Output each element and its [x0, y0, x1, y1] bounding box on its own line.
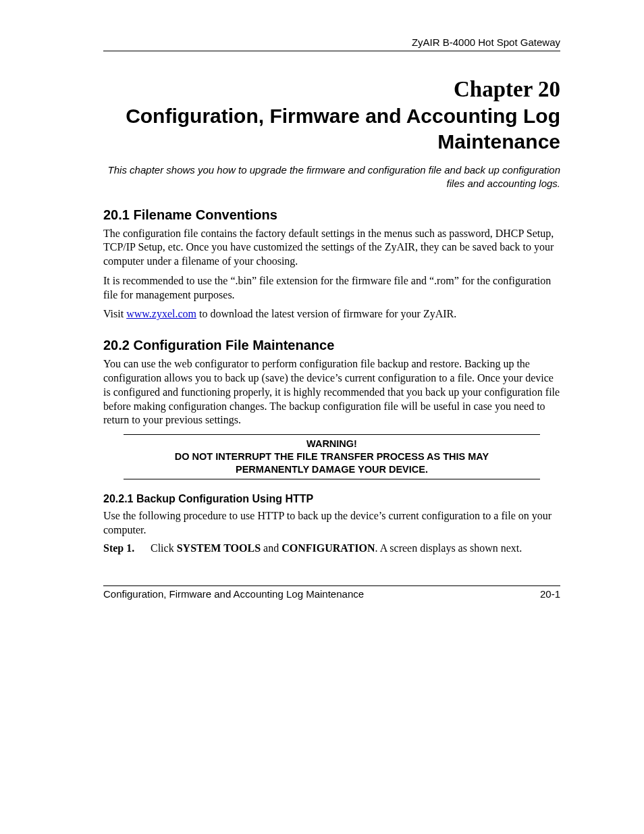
body-text: The configuration file contains the fact…	[103, 227, 560, 269]
warning-title: WARNING!	[124, 438, 540, 450]
warning-line: DO NOT INTERRUPT THE FILE TRANSFER PROCE…	[124, 450, 540, 463]
chapter-title: Configuration, Firmware and Accounting L…	[103, 103, 560, 154]
body-text: It is recommended to use the “.bin” file…	[103, 274, 560, 303]
section-heading-20-1: 20.1 Filename Conventions	[103, 207, 560, 223]
text-run: to download the latest version of firmwa…	[196, 308, 456, 319]
footer-left: Configuration, Firmware and Accounting L…	[103, 588, 364, 600]
link-zyxel[interactable]: www.zyxel.com	[126, 308, 196, 319]
warning-line: PERMANENTLY DAMAGE YOUR DEVICE.	[124, 463, 540, 476]
footer-page-number: 20-1	[540, 588, 560, 600]
product-name: ZyAIR B-4000 Hot Spot Gateway	[412, 36, 560, 48]
subsection-heading-20-2-1: 20.2.1 Backup Configuration Using HTTP	[103, 493, 560, 505]
section-heading-20-2: 20.2 Configuration File Maintenance	[103, 338, 560, 353]
body-text: Use the following procedure to use HTTP …	[103, 509, 560, 538]
step-label: Step 1.	[103, 542, 151, 554]
step-text: Click SYSTEM TOOLS and CONFIGURATION. A …	[151, 542, 560, 554]
bold-text: SYSTEM TOOLS	[177, 542, 261, 554]
chapter-number: Chapter 20	[103, 77, 560, 102]
body-text: You can use the web configurator to perf…	[103, 357, 560, 427]
text-run: . A screen displays as shown next.	[375, 542, 522, 554]
warning-box: WARNING! DO NOT INTERRUPT THE FILE TRANS…	[124, 434, 540, 479]
step-row: Step 1. Click SYSTEM TOOLS and CONFIGURA…	[103, 542, 560, 554]
chapter-intro: This chapter shows you how to upgrade th…	[103, 163, 560, 191]
text-run: Visit	[103, 308, 126, 319]
text-run: Click	[151, 542, 177, 554]
page-footer: Configuration, Firmware and Accounting L…	[103, 585, 560, 600]
document-page: ZyAIR B-4000 Hot Spot Gateway Chapter 20…	[0, 0, 644, 554]
body-text: Visit www.zyxel.com to download the late…	[103, 307, 560, 321]
page-header: ZyAIR B-4000 Hot Spot Gateway	[103, 36, 560, 51]
text-run: and	[261, 542, 281, 554]
bold-text: CONFIGURATION	[281, 542, 375, 554]
